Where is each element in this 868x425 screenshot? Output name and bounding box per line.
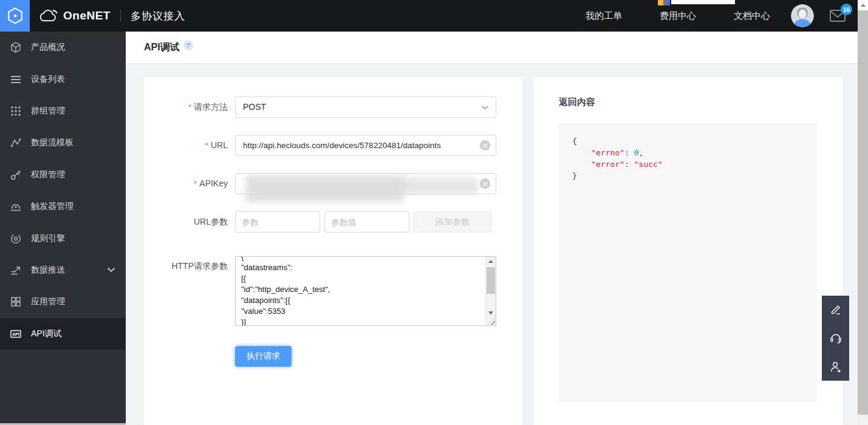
sidebar-item-label: API调试 [31, 328, 62, 339]
page-scrollbar[interactable] [858, 0, 868, 425]
scrollbar-up-button[interactable] [858, 0, 868, 10]
sidebar-item-device-list[interactable]: 设备列表 [0, 63, 126, 95]
sidebar-item-trigger-management[interactable]: 触发器管理 [0, 191, 126, 222]
required-mark: * [194, 179, 197, 188]
window-artifact-icon [658, 0, 670, 5]
rules-engine-icon [10, 233, 23, 245]
user-avatar[interactable] [791, 4, 814, 27]
response-code-block: { "errno": 0, "error": "succ" } [559, 123, 817, 402]
sidebar-item-product-overview[interactable]: 产品概况 [0, 32, 126, 63]
textarea-scrollbar-thumb[interactable] [487, 267, 495, 294]
brand-group: OneNET 多协议接入 [38, 0, 185, 32]
method-select[interactable]: POST [235, 97, 496, 118]
response-card: 返回内容 { "errno": 0, "error": "succ" } [533, 77, 843, 425]
required-mark: * [188, 103, 191, 112]
help-icon[interactable]: ? [183, 41, 193, 50]
mail-badge: 16 [841, 4, 852, 15]
apikey-redaction-blur [399, 178, 478, 194]
key-icon [10, 169, 23, 181]
code-line: "errno": 0, [572, 147, 817, 158]
sidebar-item-group-management[interactable]: 群组管理 [0, 95, 126, 127]
url-params-label: URL参数 [144, 211, 228, 233]
push-icon [10, 264, 23, 276]
list-icon [10, 73, 23, 86]
apps-grid-icon [10, 296, 23, 308]
response-title: 返回内容 [559, 97, 595, 108]
clear-icon[interactable] [480, 178, 490, 189]
hexagon-logo-icon [7, 7, 23, 24]
brand-name: OneNET [63, 9, 111, 22]
window-artifact-bar [671, 0, 735, 4]
scrollbar-thumb[interactable] [858, 10, 868, 415]
sidebar-item-label: 群组管理 [31, 106, 65, 117]
url-label: *URL [144, 135, 228, 156]
execute-request-button[interactable]: 执行请求 [235, 346, 292, 367]
body-textarea[interactable]: { "datastreams": [{ "id":"http_device_A_… [235, 256, 496, 326]
nav-link-work-order[interactable]: 我的工单 [586, 10, 622, 22]
sidebar-item-label: 规则引擎 [31, 233, 65, 244]
param-value-input[interactable] [324, 211, 409, 233]
url-field-wrap [235, 135, 496, 156]
body-content: { "datastreams": [{ "id":"http_device_A_… [241, 256, 481, 326]
scroll-down-icon[interactable] [486, 308, 496, 317]
nav-link-billing[interactable]: 费用中心 [660, 10, 696, 22]
page-title: API调试 [144, 41, 180, 54]
param-name-input[interactable] [235, 211, 320, 233]
api-icon: API [10, 328, 23, 340]
sidebar-item-api-debug[interactable]: API API调试 [0, 318, 126, 350]
trigger-alarm-icon [10, 200, 23, 212]
mail-button[interactable]: 16 [830, 10, 846, 22]
brand-divider [120, 10, 121, 22]
feedback-button[interactable] [822, 296, 849, 324]
sidebar-item-datastream-template[interactable]: 数据流模板 [0, 127, 126, 158]
navbar-right: 我的工单 费用中心 文档中心 16 [586, 0, 846, 32]
method-value: POST [243, 102, 266, 112]
apikey-redaction-blur [246, 175, 404, 202]
sidebar-item-permission-management[interactable]: 权限管理 [0, 159, 126, 191]
cloud-logo-icon [38, 8, 58, 24]
app-root: OneNET 多协议接入 我的工单 费用中心 文档中心 [0, 0, 868, 425]
textarea-scrollbar[interactable] [485, 257, 496, 325]
cube-icon [10, 41, 23, 53]
platform-logo[interactable] [0, 0, 30, 32]
sidebar-item-label: 应用管理 [31, 296, 65, 307]
url-input[interactable] [235, 135, 496, 156]
sidebar-item-label: 数据推送 [31, 265, 65, 276]
nav-link-docs[interactable]: 文档中心 [734, 10, 770, 22]
code-line: } [572, 170, 817, 182]
chevron-down-icon [482, 106, 488, 110]
apikey-label: *APIKey [144, 173, 228, 194]
sidebar-item-label: 数据流模板 [31, 137, 73, 148]
code-line: { [572, 135, 817, 147]
sidebar-item-rules-engine[interactable]: 规则引擎 [0, 222, 126, 254]
sidebar-item-label: 产品概况 [31, 42, 65, 53]
required-mark: * [205, 141, 208, 150]
sidebar-item-label: 权限管理 [31, 169, 65, 180]
stream-icon [10, 137, 23, 149]
support-button[interactable] [822, 324, 849, 353]
param-name-wrap [235, 211, 320, 233]
page-header: API调试 ? [126, 32, 858, 64]
add-contact-button[interactable] [822, 352, 849, 381]
sidebar-item-label: 设备列表 [31, 74, 65, 85]
headset-icon [829, 332, 842, 345]
add-param-button[interactable]: 添加参数 [413, 211, 492, 233]
chevron-down-icon [108, 268, 115, 273]
sidebar-item-app-management[interactable]: 应用管理 [0, 286, 126, 318]
body-label: HTTP请求参数 [144, 260, 228, 271]
floating-toolbar [822, 296, 849, 381]
sidebar-item-data-push[interactable]: 数据推送 [0, 254, 126, 286]
method-label: *请求方法 [144, 97, 228, 118]
sidebar: 产品概况 设备列表 群组管理 [0, 32, 126, 423]
param-value-wrap [324, 211, 409, 233]
pencil-icon [829, 303, 842, 316]
grid-dots-icon [10, 105, 23, 117]
top-navbar: OneNET 多协议接入 我的工单 费用中心 文档中心 [0, 0, 868, 32]
scroll-up-icon[interactable] [486, 257, 496, 265]
sidebar-item-label: 触发器管理 [31, 201, 73, 212]
code-line: "error": "succ" [572, 158, 817, 170]
clear-icon[interactable] [480, 140, 490, 151]
app-title: 多协议接入 [131, 9, 185, 23]
svg-text:API: API [12, 332, 19, 336]
request-form-card: *请求方法 POST *URL *APIKey [144, 77, 522, 425]
